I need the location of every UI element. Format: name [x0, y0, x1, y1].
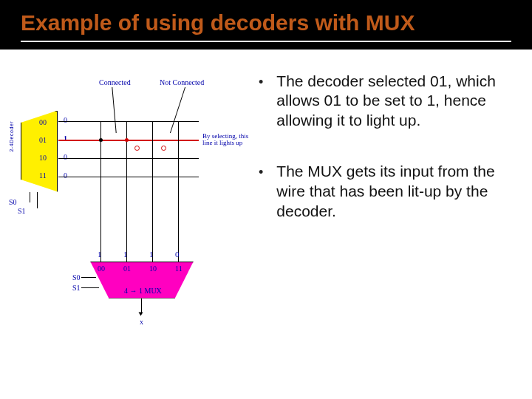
- bullet-icon: •: [259, 165, 263, 222]
- decoder-mux-diagram: Connected Not Connected 2-4Decoder 00 01…: [4, 75, 248, 334]
- mux-in-01: 01: [123, 265, 131, 273]
- decoder-caption: 2-4Decoder: [9, 121, 14, 152]
- bullet-text: The decoder selected 01, which allows 01…: [276, 72, 517, 132]
- dec-out-3: 0: [64, 171, 67, 180]
- bullet-text: The MUX gets its input from the wire tha…: [276, 162, 517, 222]
- dec-in-00: 00: [39, 118, 47, 126]
- arrow-down-icon: [139, 312, 143, 316]
- open-node-2: [161, 146, 166, 151]
- bullet-item: • The MUX gets its input from the wire t…: [259, 162, 517, 222]
- label-not-connected: Not Connected: [160, 78, 204, 86]
- dec-out-0: 0: [64, 116, 67, 124]
- mux-top-3: 0: [175, 250, 180, 259]
- node-1: [99, 138, 103, 142]
- mux-caption: 4 → 1 MUX: [124, 287, 162, 295]
- bullet-icon: •: [259, 75, 263, 132]
- page-title: Example of using decoders with MUX: [21, 10, 511, 36]
- dec-in-01: 01: [39, 136, 47, 144]
- mux-top-2: 1: [149, 250, 154, 259]
- mux-sel-s0: S0: [72, 273, 81, 282]
- mux-in-00: 00: [98, 265, 105, 273]
- mux-top-1: 1: [123, 250, 128, 259]
- dec-out-2: 0: [64, 153, 67, 161]
- dec-in-10: 10: [39, 154, 47, 162]
- mux-output-label: x: [140, 318, 143, 326]
- bullets-column: • The decoder selected 01, which allows …: [251, 72, 517, 338]
- dec-in-11: 11: [39, 171, 47, 180]
- title-underline: [21, 41, 511, 42]
- dec-sel-s0: S0: [9, 198, 17, 206]
- mux-in-10: 10: [149, 265, 157, 273]
- dec-out-1: 1: [64, 134, 67, 143]
- title-bar: Example of using decoders with MUX: [0, 0, 532, 50]
- node-2: [125, 138, 129, 142]
- mux-top-0: 1: [98, 250, 102, 259]
- side-note: By selecting, this line it lights up: [202, 133, 250, 148]
- open-node-1: [134, 146, 140, 151]
- diagram-column: Connected Not Connected 2-4Decoder 00 01…: [0, 72, 251, 338]
- bullet-item: • The decoder selected 01, which allows …: [259, 72, 517, 132]
- mux-in-11: 11: [175, 265, 183, 273]
- dec-sel-s1: S1: [18, 207, 26, 215]
- mux-sel-s1: S1: [72, 284, 81, 292]
- content-area: Connected Not Connected 2-4Decoder 00 01…: [0, 50, 532, 338]
- label-connected: Connected: [99, 78, 131, 86]
